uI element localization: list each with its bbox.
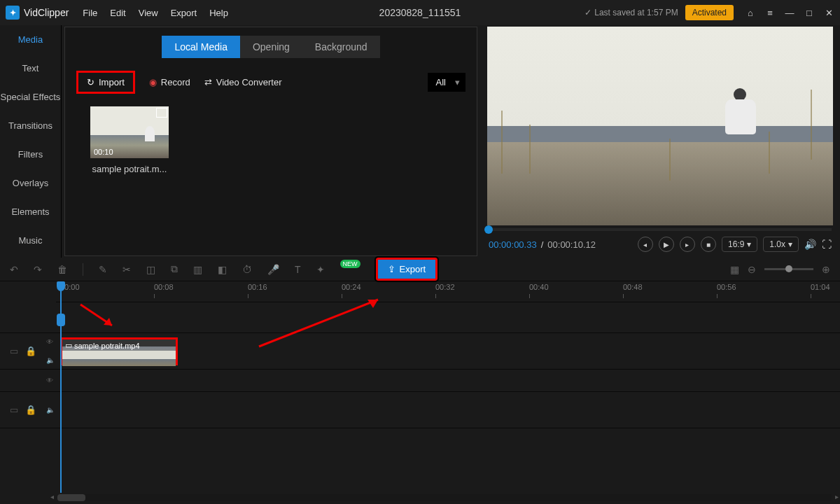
delete-icon[interactable]: 🗑 [57, 264, 67, 275]
zoom-slider[interactable] [764, 268, 813, 270]
stop-button[interactable]: ■ [701, 237, 716, 252]
tab-background[interactable]: Background [302, 36, 380, 58]
maximize-icon[interactable]: □ [804, 8, 815, 18]
record-button[interactable]: ◉ Record [149, 77, 190, 88]
video-track-icon: ▭ [10, 346, 18, 356]
preview-panel: 00:00:00.33 / 00:00:10.12 ◂ ▶ ▸ ■ 16:9▾ … [480, 25, 840, 258]
prev-frame-button[interactable]: ◂ [638, 237, 653, 252]
play-button[interactable]: ▶ [659, 237, 674, 252]
preview-scrubber[interactable] [489, 228, 832, 231]
menu-export[interactable]: Export [171, 8, 197, 18]
activated-badge[interactable]: Activated [685, 5, 734, 20]
ruler-tick: 00:48 [623, 283, 643, 291]
media-panel: Local Media Opening Background ↻ Import … [64, 27, 477, 256]
sidebar-item-elements[interactable]: Elements [0, 197, 61, 226]
audio-track[interactable]: ▭ 🔒 🔈 [0, 392, 840, 428]
tab-local-media[interactable]: Local Media [162, 36, 240, 58]
playhead-handle[interactable] [57, 314, 65, 326]
home-icon[interactable]: ⌂ [745, 8, 756, 18]
zoom-in-icon[interactable]: ⊕ [822, 264, 830, 275]
clip-filename: sample potrait.mp4 [74, 342, 140, 350]
menu-edit[interactable]: Edit [110, 8, 125, 18]
lock-icon[interactable]: 🔒 [25, 346, 36, 356]
undo-icon[interactable]: ↶ [10, 264, 18, 275]
ruler-tick: 00:08 [154, 283, 174, 291]
menu-view[interactable]: View [139, 8, 158, 18]
left-sidebar: Media Text Special Effects Transitions F… [0, 25, 62, 258]
mic-icon[interactable]: 🎤 [267, 264, 279, 275]
minimize-icon[interactable]: — [784, 8, 795, 18]
playback-speed-dropdown[interactable]: 1.0x▾ [763, 237, 799, 252]
hamburger-icon[interactable]: ≡ [764, 8, 776, 18]
record-label: Record [161, 77, 190, 88]
copy-icon[interactable]: ⧉ [171, 263, 178, 275]
tab-opening[interactable]: Opening [240, 36, 302, 58]
new-badge: NEW [340, 260, 360, 268]
media-tabs: Local Media Opening Background [76, 36, 465, 58]
clip-icon: ▭ [65, 341, 72, 350]
speed-icon[interactable]: ⏱ [242, 264, 252, 275]
next-frame-button[interactable]: ▸ [680, 237, 695, 252]
sidebar-item-media[interactable]: Media [0, 25, 61, 54]
visibility-icon[interactable]: 👁 [46, 338, 55, 346]
audio-track-icon: ▭ [10, 405, 18, 415]
redo-icon[interactable]: ↷ [34, 264, 42, 275]
timeline-area: ↶ ↷ 🗑 ✎ ✂ ◫ ⧉ ▥ ◧ ⏱ 🎤 T ✦ NEW ⇪ Export ▦… [0, 258, 840, 484]
edit-icon[interactable]: ✎ [99, 264, 107, 275]
export-icon: ⇪ [388, 264, 396, 274]
menu-help[interactable]: Help [209, 8, 228, 18]
effect-icon[interactable]: ✦ [316, 264, 325, 275]
aspect-ratio-dropdown[interactable]: 16:9▾ [722, 237, 757, 252]
import-label: Import [99, 77, 125, 88]
ruler-tick: 00:24 [342, 283, 361, 291]
ruler-tick: 00:32 [435, 283, 455, 291]
timeline-ruler[interactable]: 00:00 00:08 00:16 00:24 00:32 00:40 00:4… [56, 281, 840, 302]
fullscreen-icon[interactable]: ⛶ [822, 239, 832, 250]
layers-icon[interactable]: ▥ [193, 264, 202, 275]
sidebar-item-text[interactable]: Text [0, 54, 61, 83]
volume-icon[interactable]: 🔊 [804, 239, 816, 250]
split-icon[interactable]: ✂ [122, 264, 131, 275]
mute-icon[interactable]: 🔈 [46, 356, 55, 364]
crop-icon[interactable]: ◫ [146, 264, 155, 275]
media-filter-dropdown[interactable]: All [428, 73, 465, 92]
sidebar-item-music[interactable]: Music [0, 226, 61, 255]
preview-viewport[interactable] [487, 27, 833, 225]
sidebar-item-filters[interactable]: Filters [0, 140, 61, 169]
app-name: VidClipper [24, 7, 69, 18]
converter-label: Video Converter [216, 77, 282, 88]
media-item[interactable]: 00:10 sample potrait.m... [90, 106, 169, 174]
import-button[interactable]: ↻ Import [76, 71, 135, 94]
export-button[interactable]: ⇪ Export [376, 258, 438, 281]
text-tool-icon[interactable]: T [295, 264, 301, 275]
sidebar-item-effects[interactable]: Special Effects [0, 83, 61, 111]
sidebar-item-overlays[interactable]: Overlays [0, 169, 61, 197]
ruler-tick: 01:04 [811, 283, 830, 291]
ruler-tick: 00:56 [717, 283, 736, 291]
sidebar-item-transitions[interactable]: Transitions [0, 111, 61, 140]
adjust-icon[interactable]: ◧ [218, 264, 227, 275]
media-duration: 00:10 [94, 148, 113, 156]
timeline-toolbar: ↶ ↷ 🗑 ✎ ✂ ◫ ⧉ ▥ ◧ ⏱ 🎤 T ✦ NEW ⇪ Export ▦… [0, 258, 840, 281]
timeline-clip[interactable]: ▭sample potrait.mp4 [60, 337, 178, 365]
visibility-icon[interactable]: 👁 [46, 377, 53, 384]
empty-track-area [0, 428, 840, 484]
converter-button[interactable]: ⇄ Video Converter [204, 77, 282, 88]
project-title: 20230828_111551 [379, 7, 461, 18]
menu-file[interactable]: File [83, 8, 97, 18]
media-thumbnail: 00:10 [90, 106, 169, 158]
horizontal-scrollbar[interactable] [57, 494, 832, 501]
close-icon[interactable]: ✕ [823, 8, 834, 18]
main-menu: File Edit View Export Help [83, 8, 228, 18]
zoom-out-icon[interactable]: ⊖ [748, 264, 756, 275]
track-spacer [0, 302, 840, 333]
snapshot-icon[interactable]: ▦ [730, 264, 739, 275]
ruler-tick: 00:16 [248, 283, 267, 291]
media-filename: sample potrait.m... [90, 164, 169, 174]
video-track[interactable]: ▭ 🔒 👁🔈 ▭sample potrait.mp4 [0, 333, 840, 370]
lock-icon[interactable]: 🔒 [25, 405, 36, 415]
titlebar: ✦ VidClipper File Edit View Export Help … [0, 0, 840, 25]
mute-icon[interactable]: 🔈 [46, 406, 55, 414]
save-status: ✓Last saved at 1:57 PM [584, 8, 678, 18]
converter-icon: ⇄ [204, 77, 212, 88]
